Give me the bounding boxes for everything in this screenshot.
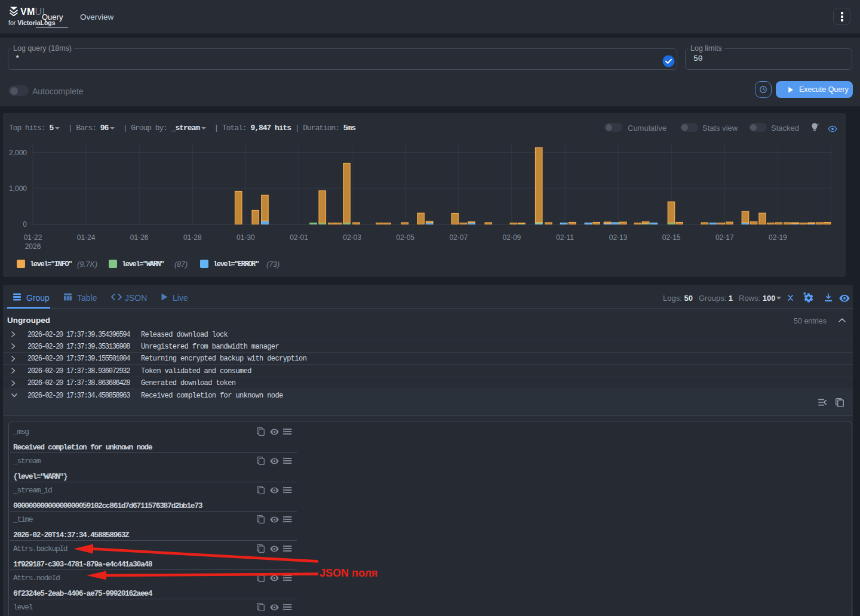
svg-text:JSON поля: JSON поля bbox=[320, 567, 377, 579]
